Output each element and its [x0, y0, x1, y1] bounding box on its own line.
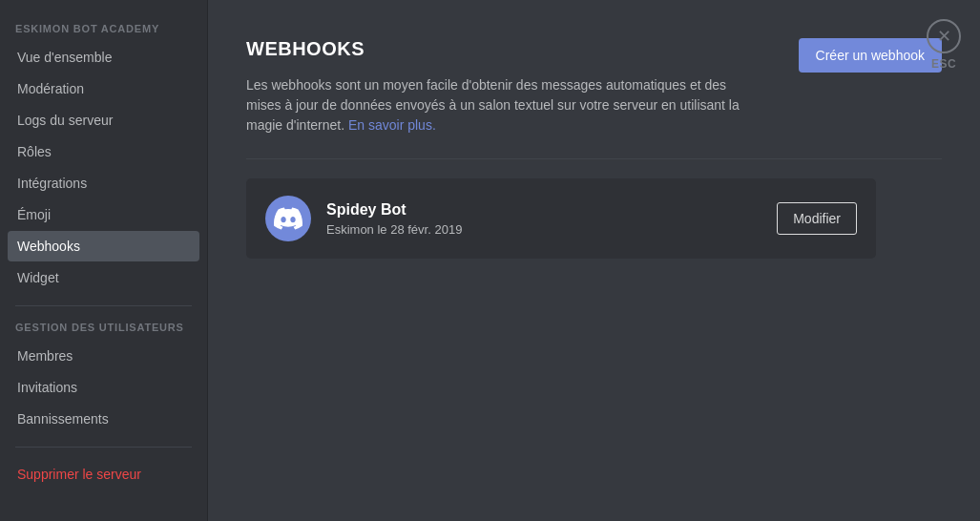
sidebar-item-roles[interactable]: Rôles	[8, 136, 199, 167]
description-text: Les webhooks sont un moyen facile d'obte…	[246, 75, 742, 135]
close-button[interactable]: ✕	[927, 19, 961, 53]
sidebar-item-widget[interactable]: Widget	[8, 262, 199, 293]
sidebar-item-membres[interactable]: Membres	[8, 341, 199, 371]
learn-more-link[interactable]: En savoir plus.	[348, 117, 436, 133]
sidebar-item-delete-server[interactable]: Supprimer le serveur	[8, 459, 199, 490]
webhook-meta: Eskimon le 28 févr. 2019	[326, 222, 777, 237]
sidebar: ESKIMON BOT ACADEMY Vue d'ensemble Modér…	[0, 0, 208, 521]
webhook-name: Spidey Bot	[326, 201, 777, 219]
main-content: WEBHOOKS Les webhooks sont un moyen faci…	[208, 0, 980, 521]
sidebar-section-label-1: ESKIMON BOT ACADEMY	[8, 23, 199, 42]
content-divider	[246, 158, 942, 159]
sidebar-divider-1	[15, 305, 192, 306]
sidebar-divider-2	[15, 447, 192, 448]
esc-container: ✕ ESC	[927, 19, 961, 71]
create-webhook-button[interactable]: Créer un webhook	[799, 38, 942, 73]
sidebar-section-label-2: GESTION DES UTILISATEURS	[8, 322, 199, 341]
sidebar-item-webhooks[interactable]: Webhooks	[8, 231, 199, 261]
description-main: Les webhooks sont un moyen facile d'obte…	[246, 77, 740, 133]
sidebar-item-vue-ensemble[interactable]: Vue d'ensemble	[8, 42, 199, 73]
webhook-info: Spidey Bot Eskimon le 28 févr. 2019	[326, 201, 777, 237]
sidebar-item-logs-serveur[interactable]: Logs du serveur	[8, 105, 199, 135]
sidebar-item-integrations[interactable]: Intégrations	[8, 168, 199, 198]
sidebar-item-invitations[interactable]: Invitations	[8, 372, 199, 403]
esc-label: ESC	[931, 57, 956, 71]
sidebar-item-bannissements[interactable]: Bannissements	[8, 404, 199, 434]
header-row: WEBHOOKS Les webhooks sont un moyen faci…	[246, 38, 942, 139]
discord-icon	[274, 204, 302, 233]
modify-webhook-button[interactable]: Modifier	[777, 202, 857, 235]
sidebar-item-moderation[interactable]: Modération	[8, 73, 199, 104]
page-title: WEBHOOKS	[246, 38, 776, 60]
header-left: WEBHOOKS Les webhooks sont un moyen faci…	[246, 38, 776, 139]
webhook-avatar	[265, 196, 311, 241]
webhook-card: Spidey Bot Eskimon le 28 févr. 2019 Modi…	[246, 178, 876, 259]
sidebar-item-emoji[interactable]: Émoji	[8, 199, 199, 230]
